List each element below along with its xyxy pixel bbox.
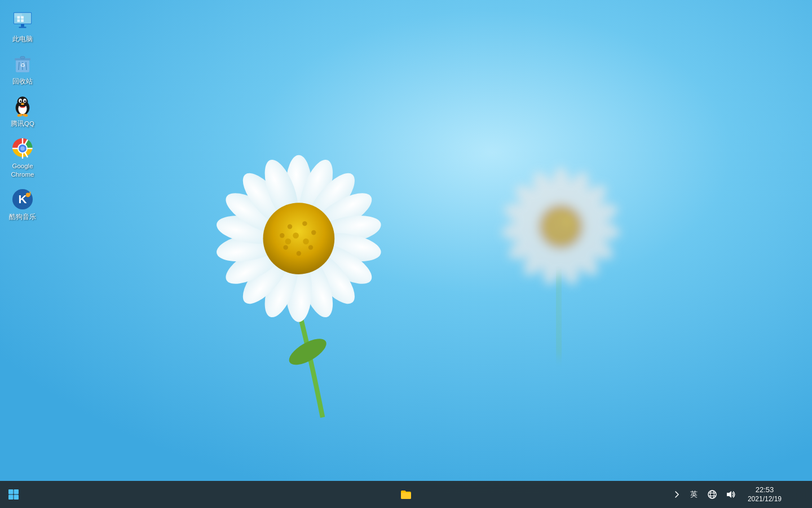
- svg-point-66: [17, 97, 28, 107]
- svg-point-30: [285, 239, 292, 245]
- svg-point-24: [308, 245, 313, 249]
- svg-point-46: [539, 204, 584, 249]
- desktop-icon-this-pc[interactable]: 此电脑: [0, 6, 45, 48]
- tray-icons: 英: [683, 483, 741, 506]
- svg-point-21: [288, 224, 292, 229]
- chrome-icon: [11, 137, 34, 160]
- svg-rect-51: [21, 24, 24, 27]
- svg-rect-91: [8, 489, 14, 494]
- kugou-icon: K: [11, 188, 34, 211]
- network-tray-icon[interactable]: [704, 483, 721, 506]
- svg-point-27: [280, 233, 284, 238]
- svg-point-86: [20, 146, 25, 151]
- desktop: 此电脑 ♻ 回收站: [0, 0, 812, 508]
- svg-point-69: [20, 100, 21, 102]
- svg-line-60: [19, 62, 19, 70]
- desktop-icon-google-chrome[interactable]: Google Chrome: [0, 133, 45, 183]
- recycle-bin-label: 回收站: [12, 77, 33, 86]
- svg-text:K: K: [18, 192, 27, 205]
- svg-rect-54: [17, 16, 20, 19]
- language-tray-icon[interactable]: 英: [686, 483, 703, 506]
- svg-rect-90: [29, 191, 30, 195]
- desktop-icons-container: 此电脑 ♻ 回收站: [0, 0, 45, 231]
- recycle-bin-icon: ♻: [11, 52, 34, 75]
- taskbar-right: 英: [670, 481, 812, 508]
- svg-point-96: [710, 491, 714, 498]
- qq-icon: [11, 95, 34, 117]
- svg-rect-53: [21, 16, 24, 19]
- svg-point-70: [24, 100, 26, 102]
- taskbar: 英: [0, 481, 812, 508]
- svg-rect-52: [19, 27, 26, 28]
- svg-rect-55: [17, 19, 20, 22]
- svg-point-23: [311, 230, 316, 235]
- desktop-icon-recycle-bin[interactable]: ♻ 回收站: [0, 48, 45, 90]
- this-pc-label: 此电脑: [12, 35, 33, 43]
- svg-rect-94: [14, 495, 19, 500]
- taskbar-file-explorer[interactable]: [394, 482, 418, 507]
- svg-rect-93: [8, 495, 14, 500]
- svg-rect-0: [0, 0, 812, 508]
- clock-date: 2021/12/19: [748, 495, 782, 504]
- language-label: 英: [690, 489, 698, 500]
- svg-rect-59: [20, 56, 25, 59]
- svg-point-95: [708, 491, 716, 498]
- desktop-icon-kugou-music[interactable]: K 酷狗音乐: [0, 183, 45, 226]
- svg-rect-92: [14, 489, 19, 494]
- svg-point-28: [293, 233, 299, 239]
- system-tray: 英: [670, 481, 805, 508]
- start-button[interactable]: [0, 481, 27, 508]
- svg-point-89: [26, 192, 30, 197]
- kugou-label: 酷狗音乐: [9, 213, 36, 221]
- svg-rect-56: [21, 19, 24, 22]
- speaker-tray-icon[interactable]: [722, 483, 739, 506]
- svg-text:♻: ♻: [20, 62, 25, 68]
- svg-point-26: [283, 245, 288, 249]
- svg-point-22: [302, 221, 307, 226]
- svg-line-62: [26, 62, 27, 70]
- desktop-icon-qq[interactable]: 腾讯QQ: [0, 90, 45, 133]
- qq-label: 腾讯QQ: [11, 120, 34, 128]
- svg-point-71: [21, 103, 24, 105]
- clock-area[interactable]: 22:53 2021/12/19: [741, 481, 788, 508]
- svg-point-29: [303, 239, 309, 245]
- show-hidden-icons-button[interactable]: [670, 483, 683, 506]
- clock-time: 22:53: [756, 485, 774, 495]
- svg-point-47: [562, 217, 572, 227]
- monitor-icon: [11, 10, 34, 33]
- taskbar-center: [394, 482, 418, 507]
- chrome-label: Google Chrome: [2, 162, 43, 179]
- notification-button[interactable]: [788, 481, 805, 508]
- svg-point-25: [297, 251, 301, 256]
- taskbar-left: [0, 481, 27, 508]
- svg-point-20: [263, 203, 334, 274]
- svg-rect-99: [794, 490, 800, 499]
